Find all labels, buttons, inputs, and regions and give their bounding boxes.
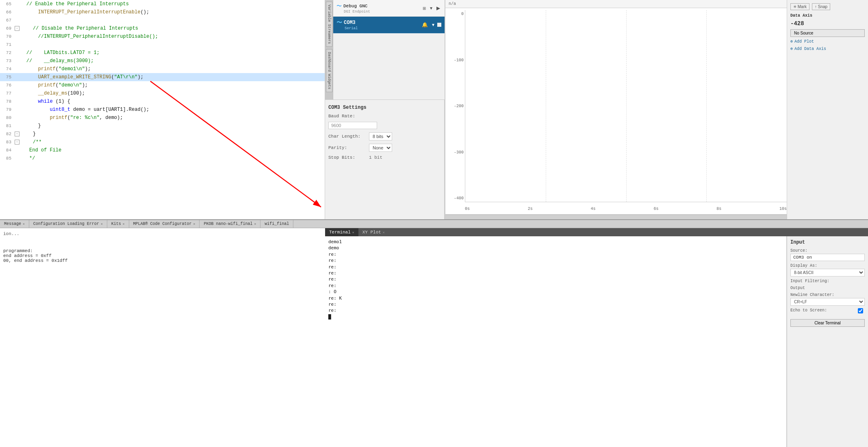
input-filtering-row: Input Filtering: xyxy=(790,279,865,283)
com3-name: COM3 xyxy=(344,20,356,26)
fold-icon-69[interactable]: - xyxy=(15,26,20,31)
tab-config-error[interactable]: Configuration Loading Error ✕ xyxy=(29,220,107,228)
tab-pkob[interactable]: PKOB nano-wifi_final ✕ xyxy=(200,220,260,228)
baud-rate-row: Baud Rate: xyxy=(328,114,441,119)
line-content-74: printf("demo1\n"); xyxy=(15,66,91,72)
dashboard-widgets-tab[interactable]: Dashboard Widgets xyxy=(326,49,332,92)
code-line-80: 80 printf("re: %c\n", demo); xyxy=(0,114,325,122)
wave-icon-debug: 〜 xyxy=(336,2,342,10)
parity-select[interactable]: None xyxy=(369,144,392,152)
code-line-79: 79 uint8_t demo = uart[UART1].Read(); xyxy=(0,106,325,114)
terminal-line-re6: re: xyxy=(328,283,783,289)
fold-icon-83[interactable]: - xyxy=(15,140,20,145)
tab-message-close[interactable]: ✕ xyxy=(23,222,25,226)
line-num-78: 78 xyxy=(2,99,15,104)
debug-dropdown-btn[interactable]: ▾ xyxy=(429,5,434,11)
echo-checkbox[interactable] xyxy=(858,308,863,313)
line-num-69: 69 xyxy=(2,26,15,31)
plot-scrollbar[interactable] xyxy=(445,214,787,219)
terminal-line-demo1: demo1 xyxy=(328,239,783,245)
com3-settings-title: COM3 Settings xyxy=(328,103,441,114)
line-content-80: printf("re: %c\n", demo); xyxy=(15,115,123,121)
line-content-72: // LATDbits.LATD7 = 1; xyxy=(15,50,100,56)
char-length-select[interactable]: 8 bits xyxy=(369,132,392,140)
char-length-row: Char Length: 8 bits xyxy=(328,132,441,140)
x-label-5: 10s xyxy=(779,207,787,211)
xy-plot-tab-label: XY Plot xyxy=(362,230,381,235)
code-editor: 65 // Enable the Peripheral Interrupts 6… xyxy=(0,0,325,219)
newline-select[interactable]: CR+LF xyxy=(790,298,865,306)
debug-run-btn[interactable]: ▶ xyxy=(435,5,441,11)
tab-kits[interactable]: Kits ✕ xyxy=(107,220,129,228)
tab-mcc-close[interactable]: ✕ xyxy=(193,222,195,226)
mark-button[interactable]: ✳ Mark xyxy=(790,3,809,10)
fold-icon-82[interactable]: - xyxy=(15,132,20,136)
terminal-tab-close[interactable]: ✕ xyxy=(352,231,354,234)
tab-wifi-final[interactable]: wifi_final xyxy=(260,220,293,228)
variable-streamers-tab[interactable]: Variable Streamers xyxy=(326,2,332,47)
snap-button[interactable]: ↑ Snap xyxy=(812,3,830,10)
plot-chart-container: 0 -100 -200 -300 -400 0s 2s 4s xyxy=(445,8,787,214)
char-length-label: Char Length: xyxy=(328,134,369,139)
line-content-81: } xyxy=(15,123,41,129)
code-line-69: 69 - // Disable the Peripheral Interrupt… xyxy=(0,24,325,32)
no-source-button[interactable]: No Source xyxy=(790,29,865,37)
tab-pkob-close[interactable]: ✕ xyxy=(254,222,256,226)
streamer-item-com3[interactable]: 〜 COM3 Serial 🔔 ▾ xyxy=(333,17,445,33)
code-line-77: 77 __delay_ms(100); xyxy=(0,89,325,97)
xy-plot-tab-close[interactable]: ✕ xyxy=(383,231,385,234)
bottom-tabs-bar: Message ✕ Configuration Loading Error ✕ … xyxy=(0,220,868,228)
code-line-72: 72 // LATDbits.LATD7 = 1; xyxy=(0,49,325,57)
data-axis-label: Data Axis xyxy=(790,13,865,18)
code-line-83: 83 - /** xyxy=(0,138,325,146)
source-row: Source: COM3 on xyxy=(790,248,865,261)
code-line-73: 73 // __delay_ms(3000); xyxy=(0,57,325,65)
streamer-section: Variable Streamers Dashboard Widgets 〜 D… xyxy=(325,0,445,99)
line-num-74: 74 xyxy=(2,67,15,71)
parity-label: Parity: xyxy=(328,145,369,150)
source-label: Source: xyxy=(790,248,865,253)
tab-kits-close[interactable]: ✕ xyxy=(123,222,125,226)
code-line-65: 65 // Enable the Peripheral Interrupts xyxy=(0,0,325,8)
com3-title: 〜 COM3 xyxy=(336,19,358,26)
parity-row: Parity: None xyxy=(328,144,441,152)
code-content: 65 // Enable the Peripheral Interrupts 6… xyxy=(0,0,325,162)
line-num-67: 67 xyxy=(2,18,15,23)
clear-terminal-button[interactable]: Clear Terminal xyxy=(790,319,865,327)
com3-stop-icon[interactable] xyxy=(437,23,441,27)
y-label-4: -400 xyxy=(445,196,464,201)
debug-chart-btn[interactable]: ⊞ xyxy=(421,6,427,11)
add-plot-label: Add Plot xyxy=(794,39,814,44)
code-line-81: 81 } xyxy=(0,122,325,130)
x-label-1: 2s xyxy=(528,207,533,211)
baud-rate-input[interactable] xyxy=(328,122,377,129)
terminal-tab-label: Terminal xyxy=(329,230,351,235)
code-line-75[interactable]: 75 UART_example_WRITE_STRING("AT\r\n"); xyxy=(0,73,325,81)
tab-config-error-close[interactable]: ✕ xyxy=(101,222,103,226)
y-label-1: -100 xyxy=(445,58,464,63)
line-num-65: 65 xyxy=(2,2,15,6)
stop-bits-label: Stop Bits: xyxy=(328,155,369,160)
terminal-tab-xy-plot[interactable]: XY Plot ✕ xyxy=(358,228,389,236)
streamer-item-debug[interactable]: 〜 Debug GNC DGI Endpoint ⊞ ▾ ▶ xyxy=(333,0,445,17)
add-data-axis-btn[interactable]: ⊕ Add Data Axis xyxy=(790,45,865,52)
echo-label: Echo to Screen: xyxy=(790,308,858,313)
tab-message[interactable]: Message ✕ xyxy=(0,220,29,228)
line-content-78: while (1) { xyxy=(15,99,70,104)
com3-notify-btn[interactable]: 🔔 xyxy=(421,22,429,28)
input-panel-title: Input xyxy=(790,240,865,245)
output-label: Output xyxy=(790,286,865,290)
y-label-2: -200 xyxy=(445,104,464,108)
line-num-77: 77 xyxy=(2,91,15,96)
terminal-tab-terminal[interactable]: Terminal ✕ xyxy=(325,228,358,236)
display-as-select[interactable]: 8-bit ASCII xyxy=(790,269,865,276)
plot-area: n/a 0 -100 -200 -300 -400 xyxy=(445,0,787,219)
baud-rate-label: Baud Rate: xyxy=(328,114,369,119)
add-plot-btn[interactable]: ⊕ Add Plot xyxy=(790,38,865,45)
com3-dropdown-btn[interactable]: ▾ xyxy=(431,22,436,28)
tab-mcc[interactable]: MPLAB® Code Configurator ✕ xyxy=(129,220,200,228)
grid-line-3 xyxy=(706,10,707,202)
output-row: Output xyxy=(790,286,865,290)
source-value: COM3 on xyxy=(790,254,865,261)
code-line-74: 74 printf("demo1\n"); xyxy=(0,65,325,73)
